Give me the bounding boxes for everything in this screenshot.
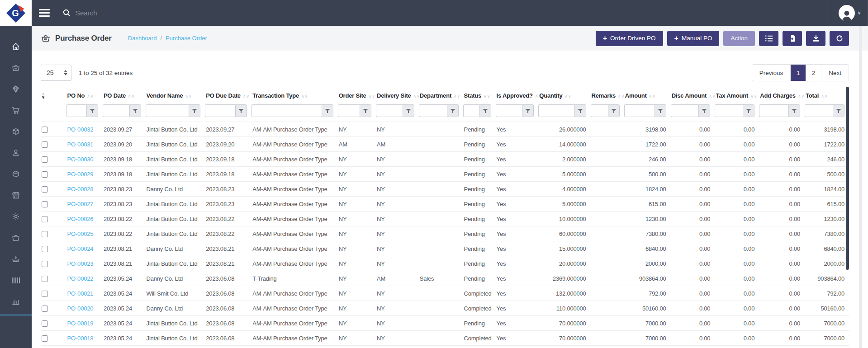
po-number-link[interactable]: PO-00021 — [67, 290, 94, 297]
filter-input-po_no[interactable] — [66, 104, 86, 117]
column-header-total[interactable]: Total∧∨ — [805, 89, 849, 103]
row-checkbox[interactable] — [42, 141, 48, 148]
column-header-disc[interactable]: Disc Amount∧∨ — [671, 89, 715, 103]
po-number-link[interactable]: PO-00032 — [67, 126, 94, 133]
po-number-link[interactable]: PO-00030 — [67, 156, 94, 163]
sidebar-item-pos[interactable] — [11, 148, 20, 157]
filter-input-vendor[interactable] — [146, 104, 189, 117]
filter-input-quantity[interactable] — [538, 104, 574, 117]
column-header-approved[interactable]: Is Approved?∧∨ — [496, 89, 539, 103]
po-number-link[interactable]: PO-00020 — [67, 305, 94, 312]
row-checkbox[interactable] — [42, 291, 48, 297]
filter-button-department[interactable] — [447, 104, 459, 117]
refresh-button[interactable] — [830, 31, 849, 46]
filter-button-add_charges[interactable] — [788, 104, 800, 117]
sidebar-item-stock[interactable] — [11, 169, 20, 179]
filter-button-po_no[interactable] — [86, 104, 98, 117]
filter-button-status[interactable] — [479, 104, 491, 117]
pagination-page-2-button[interactable]: 2 — [806, 65, 821, 81]
filter-button-vendor[interactable] — [189, 104, 200, 117]
filter-input-delivery_site[interactable] — [376, 104, 403, 117]
filter-input-status[interactable] — [463, 104, 479, 117]
list-view-button[interactable] — [759, 31, 778, 46]
page-size-select[interactable]: 25 — [41, 65, 71, 81]
po-number-link[interactable]: PO-00031 — [67, 141, 94, 148]
column-header-tax[interactable]: Tax Amount∧∨ — [715, 89, 759, 103]
column-header-po_no[interactable]: PO No∧∨ — [66, 89, 103, 103]
filter-button-order_site[interactable] — [360, 104, 371, 117]
po-number-link[interactable]: PO-00025 — [67, 230, 94, 237]
filter-input-approved[interactable] — [496, 104, 522, 117]
row-checkbox[interactable] — [42, 186, 48, 193]
po-number-link[interactable]: PO-00018 — [67, 335, 94, 342]
column-header-add_charges[interactable]: Add Charges∧∨ — [759, 89, 805, 103]
row-checkbox[interactable] — [42, 127, 48, 133]
filter-button-delivery_site[interactable] — [403, 104, 414, 117]
filter-input-disc[interactable] — [671, 104, 699, 117]
row-checkbox[interactable] — [42, 320, 48, 327]
sidebar-item-packages[interactable] — [11, 127, 20, 136]
column-header-amount[interactable]: Amount∧∨ — [624, 89, 671, 103]
sidebar-item-inventory[interactable] — [11, 85, 20, 94]
filter-button-due_date[interactable] — [235, 104, 247, 117]
sidebar-item-reports[interactable] — [11, 297, 20, 306]
po-number-link[interactable]: PO-00023 — [67, 260, 94, 267]
row-checkbox[interactable] — [42, 216, 48, 222]
sidebar-item-receive[interactable] — [11, 254, 20, 263]
pagination-page-1-button[interactable]: 1 — [790, 65, 806, 81]
hamburger-menu-icon[interactable] — [39, 7, 50, 19]
filter-button-amount[interactable] — [655, 104, 666, 117]
column-header-delivery_site[interactable]: Delivery Site∧∨ — [376, 89, 419, 103]
action-button[interactable]: Action — [723, 31, 755, 46]
sidebar-item-home[interactable] — [11, 42, 20, 51]
column-header-order_site[interactable]: Order Site∧∨ — [338, 89, 376, 103]
filter-button-quantity[interactable] — [574, 104, 586, 117]
sidebar-item-store[interactable] — [11, 191, 20, 200]
filter-input-order_site[interactable] — [338, 104, 360, 117]
filter-button-approved[interactable] — [522, 104, 534, 117]
column-header-due_date[interactable]: PO Due Date∧∨ — [205, 89, 251, 103]
filter-button-type[interactable] — [322, 104, 333, 117]
po-number-link[interactable]: PO-00028 — [67, 186, 94, 193]
sidebar-item-purchase[interactable] — [11, 63, 20, 72]
po-number-link[interactable]: PO-00019 — [67, 320, 94, 327]
order-driven-po-button[interactable]: + Order Driven PO — [596, 31, 663, 46]
filter-button-tax[interactable] — [743, 104, 754, 117]
filter-input-tax[interactable] — [715, 104, 743, 117]
sidebar-item-settings[interactable] — [11, 212, 20, 221]
manual-po-button[interactable]: + Manual PO — [667, 31, 720, 46]
sidebar-item-basket2[interactable] — [11, 233, 20, 242]
pagination-next-button[interactable]: Next — [821, 65, 849, 81]
column-header-po_date[interactable]: PO Date∧∨ — [103, 89, 146, 103]
row-checkbox[interactable] — [42, 306, 48, 312]
sidebar-item-sales[interactable] — [11, 106, 20, 115]
po-number-link[interactable]: PO-00022 — [67, 275, 94, 282]
filter-input-add_charges[interactable] — [759, 104, 788, 117]
filter-input-total[interactable] — [805, 104, 833, 117]
user-menu[interactable]: ∨ — [832, 0, 868, 26]
filter-input-remarks[interactable] — [591, 104, 608, 117]
filter-input-po_date[interactable] — [103, 104, 129, 117]
download-button[interactable] — [806, 31, 825, 46]
filter-input-department[interactable] — [419, 104, 447, 117]
row-checkbox[interactable] — [42, 246, 48, 252]
filter-button-remarks[interactable] — [608, 104, 620, 117]
column-header-quantity[interactable]: Quantity∧∨ — [538, 89, 590, 103]
po-number-link[interactable]: PO-00029 — [67, 171, 94, 178]
column-header-remarks[interactable]: Remarks∧∨ — [591, 89, 624, 103]
filter-button-total[interactable] — [833, 104, 844, 117]
po-number-link[interactable]: PO-00024 — [67, 245, 94, 252]
row-checkbox[interactable] — [42, 276, 48, 282]
export-button[interactable] — [783, 31, 802, 46]
filter-button-disc[interactable] — [698, 104, 710, 117]
row-checkbox[interactable] — [42, 156, 48, 163]
sort-all-header[interactable]: ∧∨ — [41, 89, 66, 103]
row-checkbox[interactable] — [42, 201, 48, 207]
filter-input-due_date[interactable] — [205, 104, 235, 117]
search-input[interactable] — [76, 9, 266, 17]
row-checkbox[interactable] — [42, 335, 48, 342]
column-header-department[interactable]: Department∧∨ — [419, 89, 463, 103]
filter-input-type[interactable] — [251, 104, 321, 117]
row-checkbox[interactable] — [42, 261, 48, 267]
breadcrumb-purchase-order-link[interactable]: Purchase Order — [166, 35, 207, 42]
